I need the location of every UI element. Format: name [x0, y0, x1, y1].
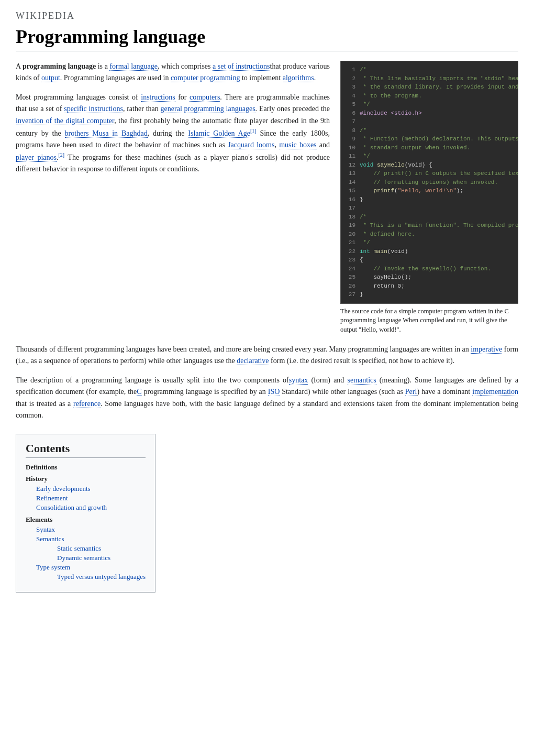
toc-definitions-title: Definitions [26, 463, 146, 472]
syntax-link[interactable]: syntax [289, 376, 308, 385]
declarative-link[interactable]: declarative [237, 357, 269, 365]
code-line: 16} [346, 195, 513, 204]
paragraph-2: Most programming languages consist of in… [16, 92, 330, 176]
toc-consolidation[interactable]: Consolidation and growth [36, 503, 146, 512]
jacquard-looms-link[interactable]: Jacquard looms [228, 141, 274, 149]
bold-term: programming language [23, 62, 96, 70]
toc-early-developments[interactable]: Early developments [36, 484, 146, 494]
semantics-link[interactable]: semantics [348, 376, 376, 385]
code-line: 9 * Function (method) declaration. This … [346, 135, 513, 144]
code-line: 7 [346, 117, 513, 126]
code-line: 22int main(void) [346, 247, 513, 256]
code-line: 17 [346, 204, 513, 213]
code-line: 11 */ [346, 152, 513, 161]
wiki-logo: Wikipedia [16, 10, 518, 21]
toc-syntax[interactable]: Syntax [36, 525, 146, 534]
code-block: 1/* 2 * This line basically imports the … [340, 61, 518, 304]
code-line: 26 return 0; [346, 282, 513, 291]
code-line: 8/* [346, 126, 513, 135]
brothers-musa-link[interactable]: brothers Musa in Baghdad [65, 129, 148, 138]
contents-box: Contents Definitions History Early devel… [16, 434, 155, 593]
code-line: 12void sayHello(void) { [346, 161, 513, 170]
code-line: 20 * defined here. [346, 230, 513, 239]
code-line: 25 sayHello(); [346, 273, 513, 282]
toc-typed-vs-untyped[interactable]: Typed versus untyped languages [57, 572, 146, 582]
code-line: 3 * the standard library. It provides in… [346, 83, 513, 92]
contents-title: Contents [26, 442, 146, 458]
page-title: Programming language [16, 26, 518, 51]
code-line: 2 * This line basically imports the "std… [346, 74, 513, 83]
code-line: 18/* [346, 213, 513, 222]
c-language-link[interactable]: C [137, 388, 141, 396]
perl-link[interactable]: Perl [405, 388, 417, 396]
output-link[interactable]: output [41, 74, 60, 82]
toc-static-semantics[interactable]: Static semantics [57, 544, 146, 553]
player-pianos-link[interactable]: player pianos [16, 154, 57, 162]
code-line: 14 // formatting options) when invoked. [346, 178, 513, 187]
iso-link[interactable]: ISO [268, 388, 280, 396]
toc-type-system[interactable]: Type system [36, 563, 146, 572]
toc-elements-title: Elements [26, 516, 146, 524]
ref-1: [1] [250, 128, 257, 134]
paragraph-3: Thousands of different programming langu… [16, 344, 518, 367]
toc-semantics[interactable]: Semantics [36, 534, 146, 544]
music-boxes-link[interactable]: music boxes [279, 141, 316, 149]
implementation-link[interactable]: implementation [472, 388, 518, 396]
code-line: 5 */ [346, 100, 513, 109]
toc-section-history: History Early developments Refinement Co… [26, 475, 146, 512]
code-line: 15 printf("Hello, world!\n"); [346, 187, 513, 195]
toc-dynamic-semantics[interactable]: Dynamic semantics [57, 553, 146, 563]
code-line: 27} [346, 290, 513, 299]
algorithms-link[interactable]: algorithms [283, 74, 314, 82]
toc-refinement[interactable]: Refinement [36, 494, 146, 503]
paragraph-1: A programming language is a formal langu… [16, 61, 330, 84]
code-line: 1/* [346, 65, 513, 74]
invention-digital-computer-link[interactable]: invention of the digital computer [16, 117, 114, 125]
toc-history-title: History [26, 475, 146, 483]
islamic-golden-age-link[interactable]: Islamic Golden Age [188, 129, 250, 138]
code-block-container: 1/* 2 * This line basically imports the … [340, 61, 518, 334]
toc-section-elements: Elements Syntax Semantics Static semanti… [26, 516, 146, 582]
code-line: 4 * to the program. [346, 92, 513, 101]
general-programming-languages-link[interactable]: general programming languages [161, 105, 255, 113]
paragraph-4: The description of a programming languag… [16, 375, 518, 422]
formal-language-link[interactable]: formal language [109, 62, 157, 71]
toc-section-definitions: Definitions [26, 463, 146, 472]
ref-2: [2] [58, 152, 64, 158]
specific-instructions-link[interactable]: specific instructions [64, 105, 123, 113]
code-line: 21 */ [346, 238, 513, 247]
intro-section: A programming language is a formal langu… [16, 61, 330, 334]
code-line: 23{ [346, 256, 513, 265]
reference-link[interactable]: reference [73, 400, 101, 408]
code-line: 13 // printf() in C outputs the specifie… [346, 169, 513, 178]
computer-programming-link[interactable]: computer programming [171, 74, 240, 82]
set-of-instructions-link[interactable]: a set of instructions [213, 62, 270, 71]
code-line: 10 * standard output when invoked. [346, 144, 513, 152]
code-line: 19 * This is a "main function". The comp… [346, 221, 513, 230]
imperative-link[interactable]: imperative [471, 345, 502, 354]
code-line: 24 // Invoke the sayHello() function. [346, 265, 513, 273]
computers-link[interactable]: computers [190, 93, 220, 102]
code-caption: The source code for a simple computer pr… [340, 307, 518, 335]
instructions-link[interactable]: instructions [141, 93, 175, 102]
code-line: 6#include <stdio.h> [346, 109, 513, 118]
